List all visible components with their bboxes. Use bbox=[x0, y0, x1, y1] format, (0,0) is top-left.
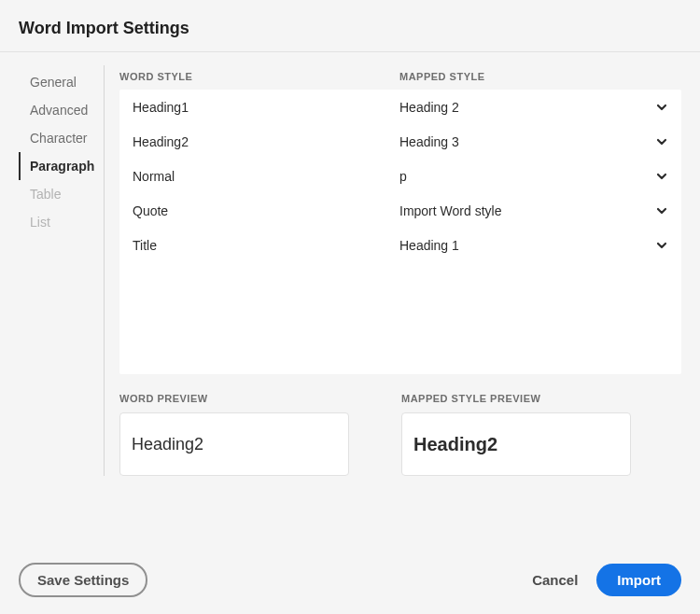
word-preview-box: Heading2 bbox=[119, 412, 349, 476]
word-style-cell: Quote bbox=[133, 203, 399, 218]
word-style-cell: Normal bbox=[133, 169, 399, 184]
word-preview-block: WORD PREVIEW Heading2 bbox=[119, 393, 351, 476]
sidebar: GeneralAdvancedCharacterParagraphTableLi… bbox=[19, 65, 105, 476]
mapping-table: Heading1Heading 2Heading2Heading 3Normal… bbox=[119, 90, 681, 374]
sidebar-item-list: List bbox=[19, 208, 104, 236]
mapped-preview-text: Heading2 bbox=[413, 434, 497, 455]
mapped-style-value: Import Word style bbox=[399, 203, 501, 218]
mapped-style-select[interactable]: p bbox=[399, 169, 668, 184]
mapped-preview-label: MAPPED STYLE PREVIEW bbox=[401, 393, 633, 404]
chevron-down-icon bbox=[655, 101, 668, 114]
chevron-down-icon bbox=[655, 170, 668, 183]
mapping-row: Normalp bbox=[119, 159, 681, 193]
mapped-preview-box: Heading2 bbox=[401, 412, 631, 476]
column-header-mapped-style: MAPPED STYLE bbox=[399, 71, 681, 82]
import-button[interactable]: Import bbox=[596, 564, 681, 596]
dialog-title: Word Import Settings bbox=[0, 0, 700, 52]
mapped-style-select[interactable]: Heading 3 bbox=[399, 134, 668, 149]
sidebar-item-table: Table bbox=[19, 180, 104, 208]
sidebar-item-paragraph[interactable]: Paragraph bbox=[19, 152, 104, 180]
cancel-button[interactable]: Cancel bbox=[519, 565, 591, 595]
mapped-style-select[interactable]: Heading 2 bbox=[399, 100, 668, 115]
mapped-style-select[interactable]: Heading 1 bbox=[399, 238, 668, 253]
word-style-cell: Heading1 bbox=[133, 100, 399, 115]
content-wrap: GeneralAdvancedCharacterParagraphTableLi… bbox=[0, 65, 700, 476]
main-panel: WORD STYLE MAPPED STYLE Heading1Heading … bbox=[105, 65, 681, 476]
mapped-style-select[interactable]: Import Word style bbox=[399, 203, 668, 218]
column-headers: WORD STYLE MAPPED STYLE bbox=[119, 65, 681, 90]
word-style-cell: Heading2 bbox=[133, 134, 399, 149]
word-preview-label: WORD PREVIEW bbox=[119, 393, 351, 404]
previews-row: WORD PREVIEW Heading2 MAPPED STYLE PREVI… bbox=[119, 393, 681, 476]
mapped-preview-block: MAPPED STYLE PREVIEW Heading2 bbox=[401, 393, 633, 476]
mapped-style-value: Heading 2 bbox=[399, 100, 459, 115]
mapped-style-value: Heading 1 bbox=[399, 238, 459, 253]
mapped-style-value: Heading 3 bbox=[399, 134, 459, 149]
word-preview-text: Heading2 bbox=[132, 435, 203, 454]
word-style-cell: Title bbox=[133, 238, 399, 253]
chevron-down-icon bbox=[655, 239, 668, 252]
sidebar-item-character[interactable]: Character bbox=[19, 124, 104, 152]
mapping-row: Heading2Heading 3 bbox=[119, 124, 681, 159]
chevron-down-icon bbox=[655, 135, 668, 148]
column-header-word-style: WORD STYLE bbox=[119, 71, 399, 82]
sidebar-item-advanced[interactable]: Advanced bbox=[19, 96, 104, 124]
footer-right: Cancel Import bbox=[519, 564, 681, 596]
chevron-down-icon bbox=[655, 204, 668, 217]
mapping-row: TitleHeading 1 bbox=[119, 228, 681, 262]
mapping-row: QuoteImport Word style bbox=[119, 193, 681, 228]
mapped-style-value: p bbox=[399, 169, 407, 184]
footer: Save Settings Cancel Import bbox=[0, 545, 700, 614]
mapping-row: Heading1Heading 2 bbox=[119, 90, 681, 124]
save-settings-button[interactable]: Save Settings bbox=[19, 563, 147, 597]
sidebar-item-general[interactable]: General bbox=[19, 68, 104, 96]
